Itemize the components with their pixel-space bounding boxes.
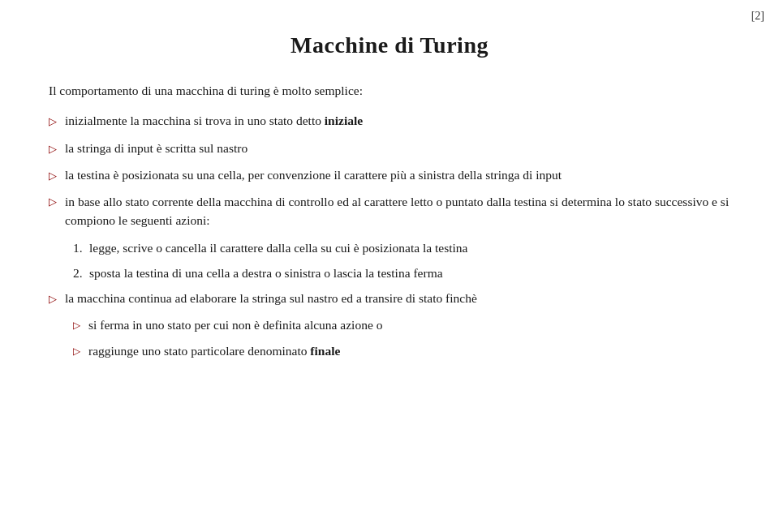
list-item-sub: ▷ si ferma in uno stato per cui non è de… <box>73 315 730 334</box>
list-item: ▷ in base allo stato corrente della macc… <box>49 192 730 230</box>
arrow-icon: ▷ <box>49 290 57 307</box>
list-item: ▷ la stringa di input è scritta sul nast… <box>49 139 730 157</box>
bold-finale: finale <box>310 344 340 358</box>
sub-bullet-text: si ferma in uno stato per cui non è defi… <box>88 315 730 334</box>
numbered-list: 1. legge, scrive o cancella il carattere… <box>73 238 730 283</box>
list-item-sub: ▷ raggiunge uno stato particolare denomi… <box>73 341 730 360</box>
bullet-text: la stringa di input è scritta sul nastro <box>65 139 730 157</box>
item-text: sposta la testina di una cella a destra … <box>89 264 443 282</box>
arrow-icon-sub: ▷ <box>73 316 80 332</box>
item-number: 2. <box>73 264 89 282</box>
arrow-icon-sub: ▷ <box>73 342 80 358</box>
sub-bullet-text: raggiunge uno stato particolare denomina… <box>88 341 730 360</box>
bullet-text: la testina è posizionata su una cella, p… <box>65 165 730 184</box>
bold-iniziale: iniziale <box>325 114 363 127</box>
slide-container: [2] Macchine di Turing Il comportamento … <box>0 0 779 532</box>
bullet-text: in base allo stato corrente della macchi… <box>65 192 730 230</box>
numbered-item-1: 1. legge, scrive o cancella il carattere… <box>73 238 730 257</box>
page-number: [2] <box>751 10 764 23</box>
bullet-text: inizialmente la macchina si trova in uno… <box>65 111 730 130</box>
list-item: ▷ inizialmente la macchina si trova in u… <box>49 111 730 130</box>
item-number: 1. <box>73 238 89 257</box>
arrow-icon: ▷ <box>49 166 57 184</box>
list-item: ▷ la macchina continua ad elaborare la s… <box>49 289 730 307</box>
arrow-icon: ▷ <box>49 139 57 157</box>
slide-title: Macchine di Turing <box>49 32 730 58</box>
intro-text: Il comportamento di una macchina di turi… <box>49 81 730 100</box>
arrow-icon: ▷ <box>49 112 57 130</box>
list-item: ▷ la testina è posizionata su una cella,… <box>49 165 730 184</box>
bullet-text: la macchina continua ad elaborare la str… <box>65 289 730 307</box>
bottom-bullet-list: ▷ la macchina continua ad elaborare la s… <box>49 289 730 360</box>
item-text: legge, scrive o cancella il carattere da… <box>89 238 468 257</box>
arrow-icon: ▷ <box>49 192 57 210</box>
bullet-list: ▷ inizialmente la macchina si trova in u… <box>49 111 730 230</box>
numbered-item-2: 2. sposta la testina di una cella a dest… <box>73 264 730 282</box>
